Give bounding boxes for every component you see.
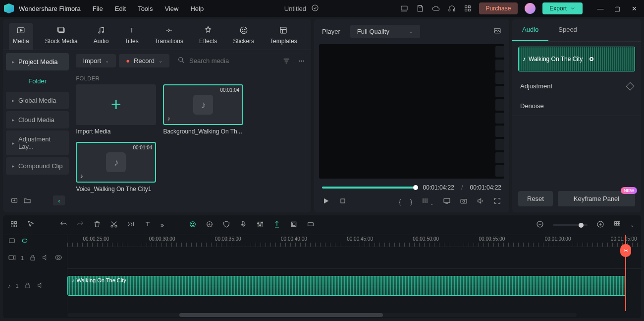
audio-clip[interactable]: ♪Walking On The City <box>67 276 626 296</box>
section-denoise[interactable]: Denoise <box>512 96 641 116</box>
tab-titles[interactable]: Titles <box>120 23 142 50</box>
minimize-button[interactable]: ― <box>594 5 606 12</box>
menu-tools[interactable]: Tools <box>138 5 153 12</box>
menu-help[interactable]: Help <box>190 5 204 12</box>
tab-transitions[interactable]: Transitions <box>151 23 187 50</box>
media-item-import[interactable]: + Import Media <box>76 84 156 135</box>
zoom-in-icon[interactable] <box>596 220 604 230</box>
view-options-dropdown[interactable]: ⌄ <box>630 222 634 228</box>
device-icon[interactable] <box>400 4 409 13</box>
mic-icon[interactable] <box>239 220 247 230</box>
record-button[interactable]: ●Record⌄ <box>119 54 169 67</box>
text-icon[interactable] <box>144 220 152 230</box>
stop-button[interactable] <box>339 197 347 206</box>
ai-icon[interactable] <box>189 220 197 230</box>
player-viewport[interactable] <box>319 44 504 179</box>
tab-media[interactable]: Media <box>9 23 33 50</box>
svg-rect-58 <box>617 222 618 223</box>
purchase-button[interactable]: Purchase <box>479 2 518 14</box>
view-grid-icon[interactable] <box>613 220 621 230</box>
zoom-slider[interactable] <box>553 224 588 226</box>
svg-marker-28 <box>324 198 328 204</box>
keyframe-panel-button[interactable]: Keyframe PanelNEW <box>558 191 635 206</box>
delete-icon[interactable] <box>93 220 101 230</box>
tab-templates[interactable]: Templates <box>266 23 301 50</box>
lock-icon[interactable] <box>29 254 37 262</box>
search-input[interactable] <box>189 57 272 64</box>
user-avatar[interactable] <box>525 3 536 14</box>
shield-icon[interactable] <box>222 220 230 230</box>
zoom-out-icon[interactable] <box>536 220 544 230</box>
layout-icon[interactable] <box>10 220 18 230</box>
redo-icon[interactable] <box>76 220 84 230</box>
color-icon[interactable] <box>206 220 214 230</box>
play-button[interactable] <box>322 197 330 206</box>
headphones-icon[interactable] <box>447 4 456 13</box>
fullscreen-icon[interactable] <box>493 197 501 206</box>
lock-icon[interactable] <box>24 281 32 290</box>
link-icon[interactable] <box>8 237 16 246</box>
cursor-icon[interactable] <box>27 220 35 230</box>
crop-icon[interactable] <box>290 220 298 230</box>
inspector-tab-speed[interactable]: Speed <box>548 19 587 41</box>
undo-icon[interactable] <box>59 220 67 230</box>
mark-in-button[interactable]: { <box>399 198 401 205</box>
export-button[interactable]: Export <box>542 2 583 14</box>
video-track[interactable] <box>67 247 641 269</box>
sidebar-item-compound-clip[interactable]: ▸Compound Clip <box>6 157 69 175</box>
seek-bar[interactable] <box>322 187 416 189</box>
quality-dropdown[interactable]: Full Quality⌄ <box>350 25 420 38</box>
playhead[interactable] <box>625 235 626 311</box>
more-tools-icon[interactable]: » <box>161 221 164 229</box>
mute-icon[interactable] <box>37 281 45 290</box>
media-item[interactable]: 00:01:04♪♪ Voice_Walking On The City1 <box>76 142 156 193</box>
apps-icon[interactable] <box>463 4 472 13</box>
tab-effects[interactable]: Effects <box>195 23 221 50</box>
menu-view[interactable]: View <box>164 5 178 12</box>
reset-button[interactable]: Reset <box>518 191 553 206</box>
more-icon[interactable]: ⋯ <box>295 55 307 67</box>
mark-out-button[interactable]: } <box>410 198 412 205</box>
media-item[interactable]: 00:01:04♪♪ Background_Walking On Th... <box>163 84 243 135</box>
time-ruler[interactable]: 00:00:25:00 00:00:30:00 00:00:35:00 00:0… <box>67 235 641 247</box>
volume-icon[interactable] <box>477 197 484 206</box>
menu-file[interactable]: File <box>93 5 103 12</box>
display-icon[interactable] <box>443 197 451 206</box>
visibility-icon[interactable] <box>54 254 62 262</box>
marker-icon[interactable] <box>273 220 281 230</box>
audio-mixer-icon[interactable] <box>256 220 264 230</box>
filter-icon[interactable] <box>280 55 292 67</box>
tab-stickers[interactable]: Stickers <box>229 23 258 50</box>
menu-edit[interactable]: Edit <box>115 5 126 12</box>
timeline-scrollbar[interactable] <box>67 313 577 317</box>
sidebar-item-global-media[interactable]: ▸Global Media <box>6 92 69 109</box>
section-adjustment[interactable]: Adjustment <box>512 76 641 96</box>
maximize-button[interactable]: ▢ <box>611 5 623 12</box>
camera-icon[interactable] <box>460 197 468 206</box>
tab-audio[interactable]: Audio <box>90 23 113 50</box>
cloud-icon[interactable] <box>431 4 440 13</box>
snapshot-icon[interactable] <box>493 27 501 36</box>
sidebar-item-folder[interactable]: Folder <box>6 72 69 90</box>
new-bin-icon[interactable] <box>10 196 19 205</box>
tab-stock-media[interactable]: Stock Media <box>41 23 82 50</box>
timeline-tracks[interactable]: 00:00:25:00 00:00:30:00 00:00:35:00 00:0… <box>67 235 641 311</box>
speed-icon[interactable] <box>127 220 135 230</box>
save-icon[interactable] <box>416 4 425 13</box>
mute-icon[interactable] <box>42 254 50 262</box>
sidebar-item-adjustment-layer[interactable]: ▸Adjustment Lay... <box>6 130 69 155</box>
audio-track[interactable]: ♪Walking On The City <box>67 274 641 298</box>
close-button[interactable]: ✕ <box>628 5 640 12</box>
markers-icon[interactable]: ⌄ <box>421 197 434 206</box>
new-folder-icon[interactable] <box>23 196 32 205</box>
aspect-icon[interactable] <box>307 220 315 230</box>
clip-preview[interactable]: ♪Walking On The City <box>518 47 635 71</box>
collapse-sidebar-button[interactable]: ‹ <box>53 195 65 205</box>
playhead-cut-handle[interactable] <box>620 244 631 257</box>
sidebar-item-project-media[interactable]: ▸Project Media <box>6 53 69 70</box>
sidebar-item-cloud-media[interactable]: ▸Cloud Media <box>6 111 69 128</box>
cut-icon[interactable] <box>110 220 118 230</box>
inspector-tab-audio[interactable]: Audio <box>512 19 548 41</box>
magnet-icon[interactable] <box>21 237 29 246</box>
import-button[interactable]: Import⌄ <box>76 54 116 67</box>
